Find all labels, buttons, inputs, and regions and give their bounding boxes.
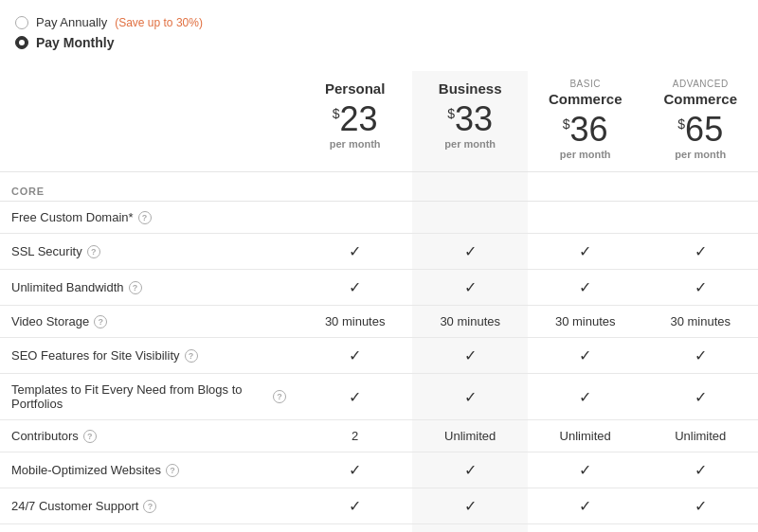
feature-value-cell: ✓ [642, 488, 758, 524]
feature-label: Contributors? [11, 429, 97, 443]
check-icon: ✓ [349, 462, 361, 478]
business-plan-name: Business [424, 80, 516, 97]
feature-value-cell: 2 [298, 420, 413, 452]
feature-value-cell [528, 202, 643, 234]
check-icon: ✓ [695, 243, 707, 259]
check-icon: ✓ [695, 347, 707, 364]
cell-value: Unlimited [444, 429, 496, 443]
basic-price: 36 [570, 113, 608, 147]
basic-price-row: $ 36 [539, 113, 632, 147]
feature-name-cell: Basic Website Metrics? [0, 524, 298, 533]
check-icon: ✓ [349, 243, 361, 259]
feature-value-cell: ✓ [642, 234, 758, 270]
feature-row: Video Storage?30 minutes30 minutes30 min… [0, 306, 758, 338]
check-icon: ✓ [579, 389, 591, 405]
feature-value-cell: ✓ [298, 374, 413, 420]
feature-name-cell: Unlimited Bandwidth? [0, 270, 298, 306]
plan-basic-commerce-header: BASIC Commerce $ 36 per month [528, 71, 643, 172]
feature-name-cell: Contributors? [0, 420, 298, 452]
feature-label: Free Custom Domain*? [11, 210, 152, 224]
check-icon: ✓ [695, 462, 707, 478]
feature-label: Video Storage? [11, 314, 107, 328]
feature-value-cell: ✓ [412, 524, 528, 533]
check-icon: ✓ [464, 347, 477, 364]
section-label: CORE [0, 172, 298, 202]
feature-value-cell: 30 minutes [528, 306, 643, 338]
feature-label: SSL Security? [11, 244, 100, 258]
cell-value: 30 minutes [555, 314, 616, 328]
feature-label: Unlimited Bandwidth? [11, 280, 142, 294]
feature-row: Free Custom Domain*? [0, 202, 758, 234]
feature-value-cell: ✓ [298, 488, 413, 524]
check-icon: ✓ [579, 279, 591, 295]
plans-header-row: Personal $ 23 per month Business $ 33 pe… [0, 71, 758, 172]
feature-value-cell: ✓ [298, 452, 413, 488]
check-icon: ✓ [464, 389, 477, 405]
annually-label: Pay Annually [36, 15, 107, 29]
feature-value-cell: Unlimited [528, 420, 643, 452]
question-icon[interactable]: ? [185, 349, 198, 363]
check-icon: ✓ [464, 243, 477, 259]
basic-plan-name: Commerce [539, 91, 632, 107]
basic-dollar: $ [563, 116, 570, 132]
question-icon[interactable]: ? [129, 281, 142, 294]
basic-sub-label: BASIC [539, 79, 632, 89]
feature-label: Mobile-Optimized Websites? [11, 463, 179, 477]
feature-value-cell: ✓ [298, 338, 413, 374]
feature-value-cell: 30 minutes [642, 306, 758, 338]
feature-name-cell: SSL Security? [0, 234, 298, 270]
basic-period: per month [539, 149, 632, 160]
feature-row: SEO Features for Site Visibility?✓✓✓✓ [0, 338, 758, 374]
question-icon[interactable]: ? [87, 245, 100, 258]
feature-value-cell [412, 202, 528, 234]
feature-value-cell: ✓ [642, 452, 758, 488]
question-icon[interactable]: ? [94, 315, 107, 328]
check-icon: ✓ [579, 498, 591, 514]
question-icon[interactable]: ? [83, 430, 97, 443]
cell-value: 30 minutes [325, 314, 386, 328]
feature-value-cell: ✓ [528, 234, 643, 270]
question-icon[interactable]: ? [138, 211, 152, 224]
feature-name-cell: Free Custom Domain*? [0, 202, 298, 234]
feature-value-cell: ✓ [298, 234, 413, 270]
feature-label: SEO Features for Site Visibility? [11, 348, 198, 363]
check-icon: ✓ [464, 279, 477, 295]
feature-value-cell: ✓ [298, 524, 413, 533]
feature-value-cell: ✓ [528, 524, 643, 533]
radio-monthly[interactable] [15, 36, 28, 49]
feature-value-cell [298, 202, 413, 234]
section-header-core: CORE [0, 172, 758, 202]
feature-value-cell: ✓ [528, 270, 643, 306]
feature-value-cell [642, 202, 758, 234]
question-icon[interactable]: ? [273, 390, 286, 403]
advanced-sub-label: ADVANCED [654, 79, 747, 89]
cell-value: 2 [352, 429, 358, 443]
personal-price: 23 [340, 102, 378, 136]
feature-name-cell: Mobile-Optimized Websites? [0, 452, 298, 488]
feature-name-cell: 24/7 Customer Support? [0, 488, 298, 524]
question-icon[interactable]: ? [143, 500, 156, 513]
plan-advanced-commerce-header: ADVANCED Commerce $ 65 per month [642, 71, 758, 172]
save-badge: (Save up to 30%) [115, 16, 203, 29]
feature-name-cell: Templates to Fit Every Need from Blogs t… [0, 374, 298, 420]
feature-value-cell: ✓ [528, 452, 643, 488]
business-price-row: $ 33 [424, 102, 516, 136]
check-icon: ✓ [464, 462, 477, 478]
check-icon: ✓ [349, 498, 361, 514]
advanced-dollar: $ [677, 116, 685, 132]
personal-dollar: $ [333, 106, 340, 121]
check-icon: ✓ [464, 498, 477, 514]
radio-annually[interactable] [15, 16, 28, 29]
check-icon: ✓ [579, 243, 591, 259]
question-icon[interactable]: ? [166, 464, 179, 477]
feature-row: Basic Website Metrics?✓✓✓✓ [0, 524, 758, 533]
billing-annually-option[interactable]: Pay Annually (Save up to 30%) [15, 15, 743, 29]
feature-value-cell: Unlimited [412, 420, 528, 452]
pricing-page: Pay Annually (Save up to 30%) Pay Monthl… [0, 0, 758, 532]
billing-monthly-option[interactable]: Pay Monthly [15, 35, 743, 50]
feature-label: 24/7 Customer Support? [11, 499, 156, 513]
feature-row: Contributors?2UnlimitedUnlimitedUnlimite… [0, 420, 758, 452]
check-icon: ✓ [579, 347, 591, 364]
cell-value: 30 minutes [440, 314, 500, 328]
check-icon: ✓ [695, 279, 707, 295]
